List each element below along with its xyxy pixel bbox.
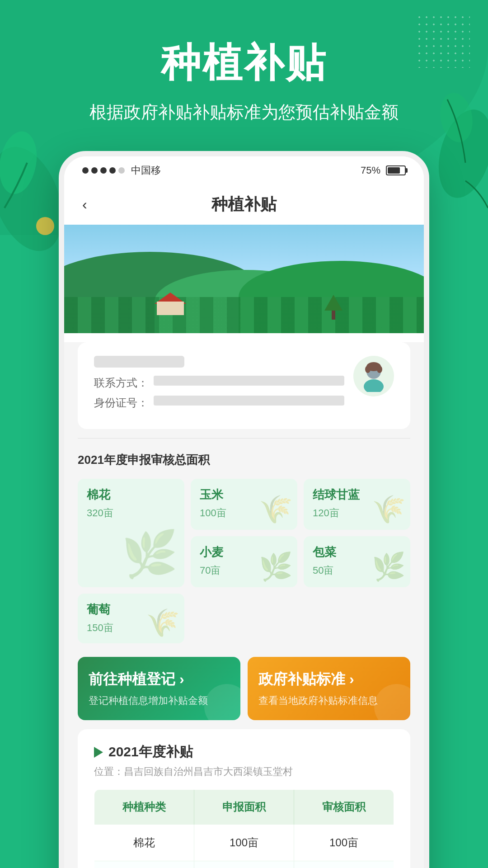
crop-section: 2021年度申报审核总面积 棉花 320亩 🌿 玉米 100亩 🌾 (78, 448, 410, 648)
table-cell-1: 120亩 (194, 861, 294, 868)
divider (78, 438, 410, 439)
signal-dot-4 (109, 167, 116, 174)
subsidy-title: 2021年度补贴 (108, 743, 193, 761)
crop-area-cotton: 320亩 (87, 506, 175, 520)
signal-dot-2 (91, 167, 98, 174)
svg-point-8 (365, 366, 371, 373)
crop-icon-cabbage: 🌾 (372, 493, 406, 525)
content-area: 联系方式： 身份证号： (64, 342, 424, 868)
phone-mockup: 中国移 75% ‹ 种植补贴 (59, 151, 429, 868)
back-button[interactable]: ‹ (82, 196, 87, 213)
crop-card-pakchoi: 包菜 50亩 🌿 (304, 536, 410, 587)
page-title: 种植补贴 (161, 36, 327, 90)
table-row: 棉花100亩100亩 (94, 825, 394, 861)
id-field: 身份证号： (94, 396, 344, 410)
action-buttons: 前往种植登记 › 登记种植信息增加补贴金额 政府补贴标准 › 查看当地政府补贴标… (78, 657, 410, 720)
crop-card-corn: 玉米 100亩 🌾 (191, 479, 297, 530)
avatar (353, 356, 394, 396)
crop-card-grape: 葡萄 150亩 🌾 (78, 594, 184, 643)
table-cell-2: 100亩 (294, 825, 394, 861)
crop-name-cotton: 棉花 (87, 487, 175, 503)
crop-card-cabbage: 结球甘蓝 120亩 🌾 (304, 479, 410, 530)
hero-image (64, 225, 424, 333)
user-card: 联系方式： 身份证号： (78, 342, 410, 429)
table-cell-2: 120亩 (294, 861, 394, 868)
contact-value-blurred (154, 376, 344, 386)
btn-icon-bg-1 (204, 684, 240, 720)
contact-field: 联系方式： (94, 376, 344, 390)
carrier-label: 中国移 (131, 164, 161, 177)
crop-year-title: 2021年度申报审核总面积 (78, 452, 410, 468)
table-row: 玉米120亩120亩 (94, 861, 394, 868)
signal-dots: 中国移 (82, 164, 161, 177)
tree (324, 295, 343, 320)
subsidy-card: 2021年度补贴 位置：昌吉回族自治州昌吉市大西渠镇玉堂村 种植种类 申报面积 … (78, 729, 410, 868)
house-body (157, 302, 184, 315)
table-cell-1: 100亩 (194, 825, 294, 861)
id-label: 身份证号： (94, 396, 148, 410)
subsidy-table: 种植种类 申报面积 审核面积 棉花100亩100亩玉米120亩120亩小麦60亩… (94, 789, 394, 868)
crop-grid: 棉花 320亩 🌿 玉米 100亩 🌾 结球甘蓝 120亩 (78, 479, 410, 643)
signal-dot-5 (118, 167, 125, 174)
subsidy-location: 位置：昌吉回族自治州昌吉市大西渠镇玉堂村 (94, 765, 394, 778)
crop-icon-grape: 🌾 (146, 607, 180, 639)
crop-icon-large: 🌿 (122, 528, 178, 581)
crop-icon-pakchoi: 🌿 (372, 551, 406, 583)
id-value-blurred (154, 396, 344, 406)
header-title: 种植补贴 (211, 193, 277, 216)
contact-label: 联系方式： (94, 376, 148, 390)
battery-icon (386, 165, 406, 175)
tree-trunk (332, 311, 335, 320)
table-col-reported: 申报面积 (194, 790, 294, 825)
register-title: 前往种植登记 › (89, 670, 230, 689)
table-col-type: 种植种类 (94, 790, 194, 825)
house (155, 292, 186, 315)
btn-icon-bg-2 (374, 684, 410, 720)
standard-button[interactable]: 政府补贴标准 › 查看当地政府补贴标准信息 (248, 657, 410, 720)
battery-fill (388, 167, 400, 174)
crop-icon-wheat: 🌿 (259, 551, 293, 583)
crop-icon-corn: 🌾 (259, 493, 293, 525)
page-subtitle: 根据政府补贴补贴标准为您预估补贴金额 (89, 101, 399, 124)
battery-percentage: 75% (361, 165, 380, 176)
standard-title: 政府补贴标准 › (258, 670, 399, 689)
register-button[interactable]: 前往种植登记 › 登记种植信息增加补贴金额 (78, 657, 240, 720)
subsidy-triangle-icon (94, 747, 103, 758)
app-header: ‹ 种植补贴 (64, 184, 424, 225)
hills (64, 263, 424, 333)
svg-point-6 (364, 379, 384, 392)
table-cell-0: 玉米 (94, 861, 194, 868)
field-lines (64, 297, 424, 333)
subsidy-title-row: 2021年度补贴 (94, 743, 394, 761)
table-cell-0: 棉花 (94, 825, 194, 861)
table-header: 种植种类 申报面积 审核面积 (94, 790, 394, 825)
signal-dot-3 (100, 167, 107, 174)
user-info: 联系方式： 身份证号： (94, 356, 344, 415)
crop-card-wheat: 小麦 70亩 🌿 (191, 536, 297, 587)
table-body: 棉花100亩100亩玉米120亩120亩小麦60亩60亩结球甘蓝50亩50亩 (94, 825, 394, 868)
user-name-blurred (94, 356, 184, 368)
table-col-reviewed: 审核面积 (294, 790, 394, 825)
battery-section: 75% (361, 165, 406, 176)
crop-card-cotton: 棉花 320亩 🌿 (78, 479, 184, 587)
svg-point-9 (377, 366, 382, 373)
signal-dot-1 (82, 167, 89, 174)
status-bar: 中国移 75% (64, 156, 424, 184)
tree-top (324, 295, 343, 311)
